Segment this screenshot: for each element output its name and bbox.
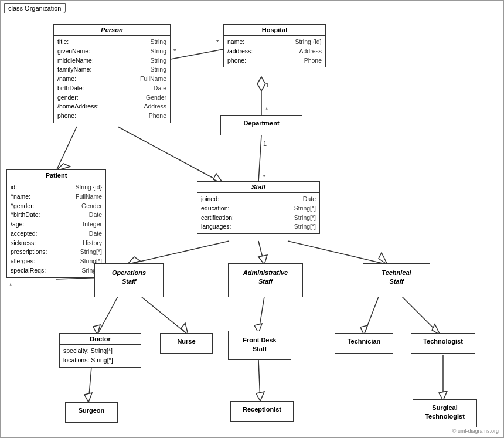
svg-text:*: *: [263, 174, 266, 181]
surgical-technologist-class: SurgicalTechnologist: [413, 399, 477, 427]
svg-text:*: *: [9, 282, 12, 289]
svg-line-10: [56, 127, 77, 171]
patient-attrs: id:String {id} ^name:FullName ^gender:Ge…: [7, 181, 105, 277]
diagram-container: class Organization * * 1 * 1 * * *: [0, 0, 504, 438]
svg-line-27: [258, 297, 264, 333]
patient-title: Patient: [7, 170, 105, 181]
technician-title: Technician: [335, 334, 393, 349]
svg-line-23: [97, 297, 118, 335]
administrative-staff-title: AdministrativeStaff: [229, 264, 302, 291]
technologist-class: Technologist: [411, 333, 475, 354]
surgical-technologist-title: SurgicalTechnologist: [413, 400, 476, 425]
svg-marker-34: [84, 393, 92, 402]
front-desk-staff-title: Front DeskStaff: [229, 331, 291, 359]
hospital-class: Hospital name:String {id} /address:Addre…: [223, 24, 326, 67]
operations-staff-title: OperationsStaff: [95, 264, 163, 291]
svg-text:*: *: [216, 39, 219, 46]
svg-marker-36: [256, 392, 264, 401]
operations-staff-class: OperationsStaff: [94, 263, 164, 297]
person-title: Person: [54, 25, 170, 36]
surgeon-title: Surgeon: [66, 403, 117, 418]
svg-line-25: [141, 297, 188, 335]
front-desk-staff-class: Front DeskStaff: [228, 331, 291, 360]
svg-line-31: [402, 297, 440, 335]
person-class: Person title:String givenName:String mid…: [53, 24, 171, 123]
staff-title: Staff: [197, 182, 319, 193]
svg-text:*: *: [173, 47, 176, 55]
svg-text:1: 1: [265, 82, 269, 89]
hospital-attrs: name:String {id} /address:Address phone:…: [224, 36, 325, 67]
person-attrs: title:String givenName:String middleName…: [54, 36, 170, 123]
receptionist-title: Receptionist: [231, 402, 293, 417]
department-class: Department: [220, 115, 302, 135]
patient-class: Patient id:String {id} ^name:FullName ^g…: [6, 169, 106, 278]
svg-text:1: 1: [263, 140, 267, 147]
svg-line-29: [364, 297, 379, 335]
technologist-title: Technologist: [411, 334, 475, 349]
svg-text:*: *: [265, 106, 268, 113]
svg-line-21: [288, 241, 387, 264]
doctor-attrs: specialty: String[*] locations: String[*…: [60, 345, 141, 367]
svg-line-0: [171, 49, 223, 59]
svg-line-17: [127, 241, 229, 264]
svg-line-7: [258, 135, 261, 182]
doctor-title: Doctor: [60, 334, 141, 345]
staff-attrs: joined:Date education:String[*] certific…: [197, 193, 319, 233]
technical-staff-class: TechnicalStaff: [363, 263, 430, 297]
technical-staff-title: TechnicalStaff: [363, 264, 430, 291]
svg-line-12: [118, 127, 223, 184]
svg-line-35: [258, 359, 260, 401]
nurse-title: Nurse: [161, 334, 212, 349]
receptionist-class: Receptionist: [230, 401, 294, 422]
hospital-title: Hospital: [224, 25, 325, 36]
nurse-class: Nurse: [160, 333, 213, 354]
svg-marker-4: [257, 77, 265, 91]
svg-line-19: [258, 241, 264, 264]
copyright: © uml-diagrams.org: [452, 428, 499, 434]
administrative-staff-class: AdministrativeStaff: [228, 263, 303, 297]
technician-class: Technician: [335, 333, 393, 354]
diagram-title: class Organization: [4, 3, 66, 13]
staff-class: Staff joined:Date education:String[*] ce…: [197, 181, 320, 234]
doctor-class: Doctor specialty: String[*] locations: S…: [59, 333, 141, 368]
surgeon-class: Surgeon: [65, 402, 118, 423]
department-title: Department: [221, 116, 302, 131]
svg-line-33: [88, 367, 91, 402]
svg-marker-22: [379, 253, 387, 264]
